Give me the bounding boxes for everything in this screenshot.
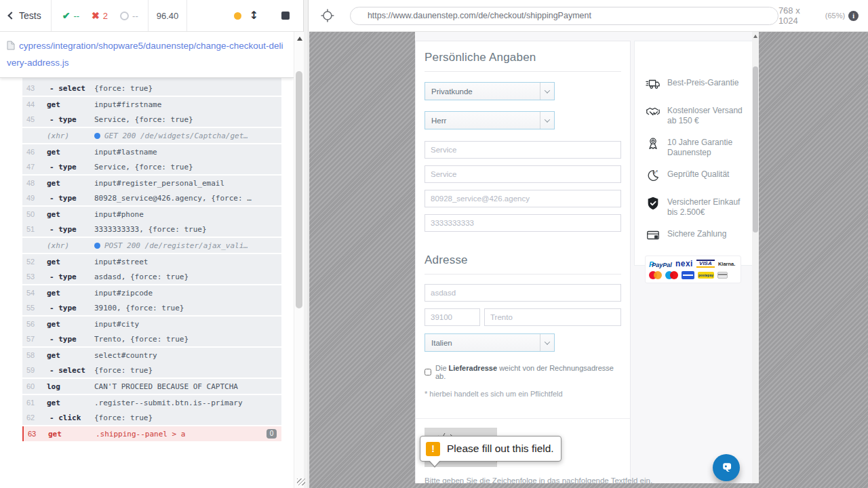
toolbar-separator: [51, 0, 52, 31]
customer-type-select[interactable]: Privatkunde: [425, 82, 555, 100]
email-input[interactable]: [425, 190, 621, 207]
circle-icon: [120, 12, 129, 20]
cypress-runner: Tests ✔ -- ✖ 2 -- 96.40 ↕: [0, 0, 868, 488]
command-row-failed[interactable]: 63get.shipping--panel > a0: [22, 426, 281, 441]
command-row[interactable]: 45- typeService, {force: true}: [22, 112, 281, 127]
benefit-label: 10 Jahre GarantieDaunenstep: [667, 136, 732, 158]
scrollbar-thumb[interactable]: [753, 66, 758, 232]
command-row[interactable]: 56getinput#city: [22, 317, 281, 331]
shipping-address-checkbox[interactable]: [425, 369, 431, 375]
firstname-input[interactable]: [425, 141, 621, 159]
aut-background: Persönliche Angaben Privatkunde Herr A: [309, 32, 868, 488]
reporter-toolbar: Tests ✔ -- ✖ 2 -- 96.40 ↕: [0, 0, 303, 32]
stop-button[interactable]: [281, 12, 290, 20]
shipping-address-checkbox-label: Die Lieferadresse weicht von der Rechnun…: [435, 364, 621, 380]
viewport-info-icon[interactable]: i: [848, 11, 859, 21]
lastname-input[interactable]: [425, 165, 621, 183]
benefit-item: 10 Jahre GarantieDaunenstep: [645, 136, 745, 158]
country-select[interactable]: Italien: [425, 333, 555, 352]
phone-input[interactable]: [425, 214, 621, 232]
command-line-number: 44: [22, 100, 43, 108]
postepay-logo: postepay: [698, 272, 714, 279]
command-row[interactable]: 44getinput#firstname: [22, 97, 281, 112]
command-row[interactable]: 57- typeTrento, {force: true}: [22, 331, 281, 346]
chevron-down-icon: [545, 87, 550, 93]
benefit-item: Sichere Zahlung: [645, 228, 745, 245]
benefit-item: zzGeprüfte Qualität: [645, 168, 745, 186]
command-row[interactable]: 60logCAN'T PROCEED BECAUSE OF CAPTCHA: [22, 379, 281, 394]
panel-resize-grip[interactable]: [297, 479, 305, 485]
command-message: asdasd, {force: true}: [94, 272, 281, 281]
reporter-scrollbar[interactable]: [294, 32, 304, 488]
amex-logo: [682, 271, 694, 279]
command-log: 42getselect#salutation43- select{force: …: [0, 66, 294, 488]
command-message: input#street: [94, 258, 281, 266]
selector-playground-icon[interactable]: [320, 8, 335, 23]
command-name: - type: [43, 163, 94, 171]
command-line-number: 47: [22, 163, 43, 171]
command-row[interactable]: 58getselect#country: [22, 348, 281, 363]
command-name: (xhr): [43, 131, 94, 140]
zipcode-input[interactable]: [425, 308, 480, 326]
command-row[interactable]: 59- select{force: true}: [22, 363, 281, 378]
spec-filename[interactable]: cypress/integration/shopware5/daunenstep…: [7, 41, 283, 68]
command-row[interactable]: 61get.register--submit.btn.is--primary: [22, 395, 281, 410]
command-name: get: [43, 148, 94, 157]
back-to-tests-button[interactable]: Tests: [0, 0, 51, 31]
command-name: - select: [43, 366, 94, 375]
shield-icon: [645, 196, 661, 214]
command-message: input#firstname: [94, 100, 281, 109]
city-input[interactable]: [484, 308, 621, 326]
command-row[interactable]: (xhr)GET 200 /de/widgets/Captcha/get…: [22, 128, 281, 143]
command-row[interactable]: 47- typeService, {force: true}: [22, 159, 281, 174]
command-line-number: 49: [22, 194, 43, 202]
scroll-up-arrow-icon[interactable]: [297, 37, 302, 41]
command-message: CAN'T PROCEED BECAUSE OF CAPTCHA: [94, 382, 281, 391]
command-line-number: 60: [22, 382, 43, 390]
command-row[interactable]: 46getinput#lastname: [22, 144, 281, 159]
command-name: - type: [43, 335, 94, 344]
command-row[interactable]: 62- click{force: true}: [22, 410, 281, 425]
chat-icon: [719, 460, 734, 475]
command-name: - type: [43, 272, 94, 281]
command-line-number: 63: [24, 430, 44, 438]
handshake-icon: [645, 104, 661, 122]
command-row[interactable]: 55- type39100, {force: true}: [22, 300, 281, 315]
card-icon: [645, 228, 661, 245]
aut-url-bar[interactable]: https://www.daunenstep.com/de/checkout/s…: [350, 7, 778, 25]
command-row[interactable]: 51- type3333333333, {force: true}: [22, 222, 281, 237]
payment-methods-image: PPayPal nexi VISA Klarna. postepay: [645, 256, 741, 283]
scrollbar-thumb[interactable]: [296, 71, 302, 308]
personal-section-title: Persönliche Angaben: [425, 51, 621, 64]
spec-header: cypress/integration/shopware5/daunenstep…: [0, 32, 294, 78]
toolbar-separator: [148, 0, 149, 31]
command-message: input#city: [94, 320, 281, 329]
chat-widget-button[interactable]: [713, 454, 740, 481]
command-row[interactable]: (xhr)POST 200 /de/register/ajax_vali…: [22, 238, 281, 253]
command-line-number: 48: [22, 179, 43, 187]
command-row[interactable]: 50getinput#phone: [22, 207, 281, 222]
command-row[interactable]: 43- select{force: true}: [22, 81, 281, 96]
scroll-up-arrow-icon[interactable]: [753, 35, 757, 38]
panel-resize-divider[interactable]: [304, 0, 309, 488]
command-name: get: [44, 430, 96, 439]
command-row[interactable]: 53- typeasdasd, {force: true}: [22, 269, 281, 284]
chevron-down-icon: [545, 117, 550, 122]
command-row[interactable]: 49- type80928_service@426.agency, {force…: [22, 190, 281, 205]
command-name: - type: [43, 225, 94, 234]
command-row[interactable]: 48getinput#register_personal_email: [22, 176, 281, 190]
benefit-item: Kostenloser Versandab 150 €: [645, 104, 745, 126]
command-row[interactable]: 52getinput#street: [22, 254, 281, 269]
svg-text:z: z: [656, 169, 658, 173]
card-logo: [717, 272, 728, 279]
auto-scroll-icon[interactable]: ↕: [250, 10, 258, 21]
command-row[interactable]: 54getinput#zipcode: [22, 285, 281, 300]
aut-scrollbar[interactable]: [752, 32, 759, 483]
command-name: - type: [43, 115, 94, 124]
visa-logo: VISA: [696, 260, 715, 268]
salutation-select[interactable]: Herr: [425, 111, 555, 129]
pending-count: --: [120, 11, 138, 21]
aut-viewport: Persönliche Angaben Privatkunde Herr A: [415, 32, 759, 483]
street-input[interactable]: [425, 284, 621, 302]
command-name: - select: [43, 84, 94, 93]
